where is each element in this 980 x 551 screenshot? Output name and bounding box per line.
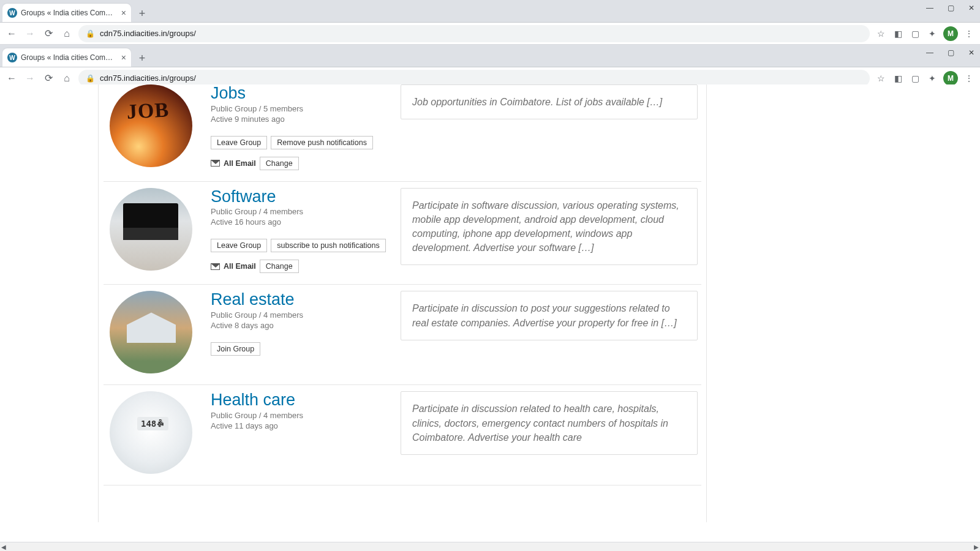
page-viewport[interactable]: JOBJobsPublic Group / 5 membersActive 9 … [0, 84, 980, 89]
group-description: Job opportunities in Coimbatore. List of… [401, 84, 698, 89]
extension-1-icon[interactable]: ◧ [892, 28, 904, 40]
chrome-menu-icon[interactable]: ⋮ [963, 28, 975, 40]
group-avatar-image: JOB [110, 84, 192, 89]
url-text: cdn75.indiacities.in/groups/ [100, 73, 196, 83]
profile-avatar[interactable]: M [943, 71, 958, 86]
toolbar-1: ← → ⟳ ⌂ 🔒 cdn75.indiacities.in/groups/ ☆… [0, 23, 980, 45]
minimize-icon[interactable]: — [925, 4, 935, 12]
tab-title: Groups « India cities Community [21, 53, 118, 62]
groups-list: JOBJobsPublic Group / 5 membersActive 9 … [98, 84, 707, 89]
extensions-puzzle-icon[interactable]: ✦ [926, 28, 938, 40]
url-text: cdn75.indiacities.in/groups/ [100, 29, 196, 38]
forward-button[interactable]: → [23, 72, 37, 85]
reload-button[interactable]: ⟳ [42, 27, 55, 40]
home-button[interactable]: ⌂ [60, 27, 74, 40]
new-tab-button[interactable]: + [134, 50, 151, 67]
reload-button[interactable]: ⟳ [42, 72, 55, 85]
tab-title: Groups « India cities Community [21, 9, 118, 17]
tabstrip-1: W Groups « India cities Community × + — … [0, 0, 980, 22]
tab-close-icon[interactable]: × [121, 8, 126, 18]
group-description-col: Job opportunities in Coimbatore. List of… [401, 84, 701, 89]
extension-2-icon[interactable]: ▢ [909, 72, 921, 84]
extension-1-icon[interactable]: ◧ [892, 72, 904, 84]
window-controls-2: — ▢ ✕ [925, 48, 976, 57]
tab-close-icon[interactable]: × [121, 53, 126, 62]
chrome-menu-icon[interactable]: ⋮ [963, 72, 975, 84]
close-window-icon[interactable]: ✕ [967, 48, 976, 57]
back-button[interactable]: ← [5, 72, 18, 85]
wordpress-favicon-icon: W [7, 53, 17, 62]
close-window-icon[interactable]: ✕ [967, 4, 976, 12]
bookmark-star-icon[interactable]: ☆ [875, 28, 887, 40]
tabstrip-2: W Groups « India cities Community × + — … [0, 45, 980, 67]
bookmark-star-icon[interactable]: ☆ [875, 72, 887, 84]
lock-icon: 🔒 [86, 29, 95, 38]
group-avatar[interactable]: JOB [104, 84, 198, 89]
new-tab-button[interactable]: + [134, 5, 151, 22]
maximize-icon[interactable]: ▢ [946, 4, 956, 12]
top-chrome-2: W Groups « India cities Community × + — … [0, 45, 980, 67]
group-meta: JobsPublic Group / 5 membersActive 9 min… [198, 84, 401, 89]
lock-icon: 🔒 [86, 74, 95, 83]
address-bar[interactable]: 🔒 cdn75.indiacities.in/groups/ [78, 25, 870, 42]
browser-tab-1[interactable]: W Groups « India cities Community × [2, 4, 131, 22]
maximize-icon[interactable]: ▢ [946, 48, 956, 57]
wordpress-favicon-icon: W [7, 8, 17, 18]
profile-avatar[interactable]: M [943, 26, 958, 41]
home-button[interactable]: ⌂ [60, 72, 74, 85]
back-button[interactable]: ← [5, 27, 18, 40]
minimize-icon[interactable]: — [925, 48, 935, 57]
window-controls-1: — ▢ ✕ [925, 4, 976, 12]
group-title-link[interactable]: Jobs [211, 84, 246, 89]
extensions-puzzle-icon[interactable]: ✦ [926, 72, 938, 84]
top-chrome-1: W Groups « India cities Community × + — … [0, 0, 980, 23]
extension-2-icon[interactable]: ▢ [909, 28, 921, 40]
group-item-jobs: JOBJobsPublic Group / 5 membersActive 9 … [104, 84, 701, 89]
forward-button[interactable]: → [23, 27, 37, 40]
browser-tab-2[interactable]: W Groups « India cities Community × [2, 48, 131, 67]
